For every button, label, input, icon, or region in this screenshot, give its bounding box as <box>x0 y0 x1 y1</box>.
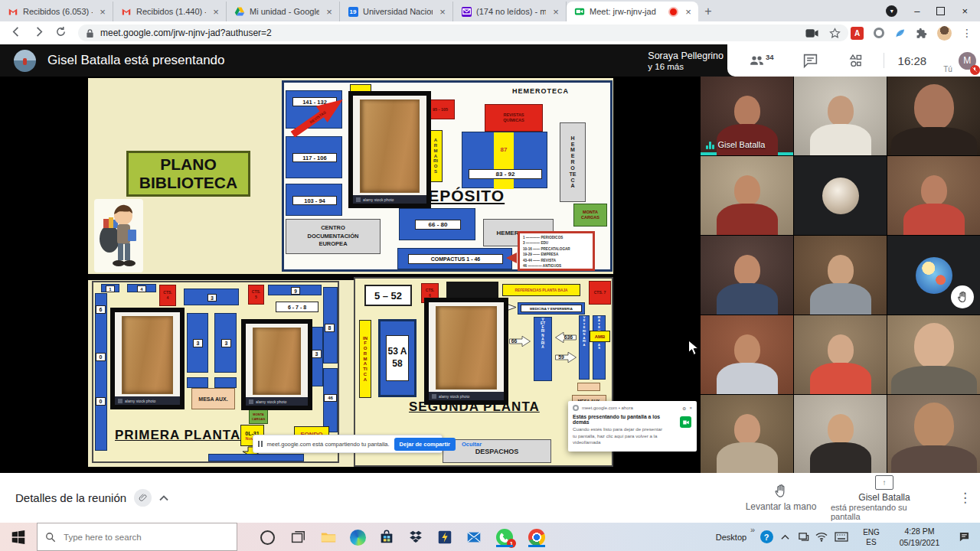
mail-app-icon[interactable] <box>464 527 484 547</box>
new-tab-button[interactable]: + <box>698 2 718 21</box>
participant-tile[interactable] <box>887 156 980 235</box>
participant-tile[interactable] <box>794 315 887 394</box>
tray-chevron-icon[interactable] <box>776 523 793 551</box>
cortana-icon[interactable] <box>257 527 277 547</box>
participant-tile[interactable] <box>701 315 793 394</box>
task-view-icon[interactable] <box>288 527 308 547</box>
activities-shapes-icon[interactable] <box>848 53 864 69</box>
edge-icon[interactable] <box>348 527 368 547</box>
divider <box>884 53 884 68</box>
tab-close-icon[interactable]: × <box>437 6 448 18</box>
tab-yahoo-mail[interactable]: (174 no leídos) - mariaines_ × <box>453 2 567 21</box>
start-button[interactable] <box>8 527 28 547</box>
participant-tile[interactable] <box>887 315 980 394</box>
taskbar-search[interactable] <box>37 523 237 551</box>
extension-circle-icon[interactable] <box>874 28 884 38</box>
overflow-chevrons[interactable]: » <box>747 523 758 551</box>
yellow-column: 87 <box>494 132 514 189</box>
presenter-avatar <box>14 50 36 72</box>
participant-tile-avatar-hand[interactable] <box>887 236 980 315</box>
presenter-banner-text: Gisel Batalla está presentando <box>47 53 225 68</box>
tab-close-icon[interactable]: × <box>550 6 561 18</box>
microsoft-store-icon[interactable] <box>377 527 397 547</box>
tab-meet-active[interactable]: Meet: jrw-njnv-jad × <box>567 2 698 21</box>
avatar <box>916 257 952 294</box>
attachment-paperclip-icon[interactable] <box>134 489 152 507</box>
chevron-up-icon[interactable] <box>159 495 168 501</box>
meeting-details[interactable]: Detalles de la reunión <box>15 473 168 523</box>
wifi-icon[interactable] <box>813 523 830 551</box>
tab-close-icon[interactable]: × <box>683 6 694 18</box>
svg-text:59: 59 <box>558 354 564 360</box>
search-input[interactable] <box>62 532 218 543</box>
medicina-box: MEDICINA Y ENFERMERIA <box>518 302 585 315</box>
meet-stage: PLANO BIBLIOTECA HEMEROTECA <box>0 77 980 473</box>
tab-gmail-1[interactable]: Recibidos (6.053) - mvila@c × <box>0 2 113 21</box>
participant-tile[interactable] <box>887 395 980 474</box>
whatsapp-icon[interactable]: 1 <box>495 527 514 547</box>
feather-extension-icon[interactable] <box>894 28 906 39</box>
hide-share-bar-button[interactable]: Ocultar <box>462 441 482 448</box>
participant-tile[interactable] <box>701 236 793 315</box>
more-options-icon[interactable]: ⋮ <box>959 490 972 506</box>
language-indicator[interactable]: ENGES <box>858 523 885 551</box>
browser-menu-icon[interactable]: ⋮ <box>962 27 972 39</box>
cts4-box: CTS. 4 <box>159 285 176 306</box>
participant-tile[interactable] <box>794 236 887 315</box>
forward-icon[interactable] <box>33 26 44 40</box>
extensions-puzzle-icon[interactable] <box>916 28 927 39</box>
address-bar[interactable]: meet.google.com/jrw-njnv-jad?authuser=2 <box>78 24 848 41</box>
tab-drive[interactable]: Mi unidad - Google Drive × <box>227 2 340 21</box>
participant-tile-gisel[interactable]: Gisel Batalla <box>701 77 793 155</box>
action-center-icon[interactable] <box>954 523 974 551</box>
chat-icon[interactable] <box>802 53 818 69</box>
raise-hand-button[interactable]: Levantar la mano <box>731 473 831 523</box>
profile-avatar[interactable] <box>937 26 952 41</box>
participant-tile[interactable] <box>794 77 887 155</box>
camera-in-use-icon[interactable] <box>805 28 818 38</box>
close-button[interactable]: × <box>962 5 968 17</box>
notification-close-icon[interactable]: × <box>689 406 692 410</box>
chrome-icon[interactable] <box>527 527 547 547</box>
taskbar-clock[interactable]: 4:28 PM05/19/2021 <box>888 523 951 551</box>
meet-bottom-bar: Detalles de la reunión Levantar la mano … <box>0 473 980 523</box>
range-5-52: 5 – 52 <box>364 285 412 306</box>
tab-universidad[interactable]: 19 Universidad Nacional de Ge × <box>340 2 453 21</box>
meeting-clock: 16:28 <box>898 54 927 67</box>
self-avatar[interactable]: M <box>959 52 976 70</box>
bookmark-star-icon[interactable] <box>829 28 841 39</box>
reload-icon[interactable] <box>55 26 67 40</box>
tab-close-icon[interactable]: × <box>97 6 108 18</box>
cts5-box: CTS. 5 <box>248 285 264 305</box>
tab-search-icon[interactable]: ▾ <box>886 5 897 17</box>
meet-header: Gisel Batalla está presentando Soraya Pe… <box>0 44 980 77</box>
windows-taskbar: 1 Desktop » ? ENGES 4:28 PM05/19/2021 <box>0 523 980 551</box>
notification-settings-icon[interactable]: ⚙ <box>682 406 686 411</box>
presenting-status[interactable]: ↑ Gisel Batalla está presentando su pant… <box>831 473 938 523</box>
participant-grid: Gisel Batalla <box>701 77 980 474</box>
participant-tile[interactable] <box>701 156 793 235</box>
minimize-button[interactable]: – <box>914 5 920 17</box>
photos-app-icon[interactable] <box>435 527 455 547</box>
dropbox-icon[interactable] <box>406 527 426 547</box>
file-explorer-icon[interactable] <box>318 527 338 547</box>
browser-notification[interactable]: meet.google.com • ahora ⚙ × Estás presen… <box>568 401 697 452</box>
device-icon[interactable] <box>795 523 812 551</box>
maximize-button[interactable] <box>936 7 945 15</box>
desktop-label[interactable]: Desktop <box>712 523 750 551</box>
stop-sharing-button[interactable]: Dejar de compartir <box>394 438 456 451</box>
participant-tile[interactable] <box>701 395 793 474</box>
pdf-extension-icon[interactable]: A <box>851 27 864 40</box>
tab-close-icon[interactable]: × <box>211 6 221 18</box>
cartoon-boy-image <box>94 199 143 272</box>
browser-url-bar: meet.google.com/jrw-njnv-jad?authuser=2 … <box>0 21 980 45</box>
touch-keyboard-icon[interactable] <box>831 523 851 551</box>
participant-tile[interactable] <box>794 395 887 474</box>
participant-tile-avatar[interactable] <box>794 156 887 235</box>
tab-close-icon[interactable]: × <box>324 6 335 18</box>
people-icon[interactable]: 34 <box>749 53 773 69</box>
help-icon[interactable]: ? <box>758 523 775 551</box>
participant-tile[interactable] <box>887 77 980 155</box>
back-icon[interactable] <box>11 26 22 40</box>
tab-gmail-2[interactable]: Recibidos (1.440) - circulant × <box>113 2 227 21</box>
